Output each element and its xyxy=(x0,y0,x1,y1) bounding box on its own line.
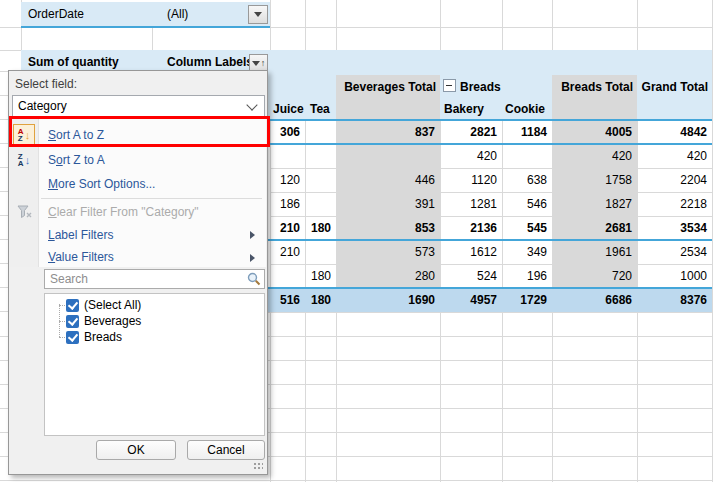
pivot-cell[interactable]: 1961 xyxy=(552,240,637,264)
pivot-cell[interactable]: 120 xyxy=(270,168,305,192)
pivot-cell[interactable]: 180 xyxy=(305,264,336,288)
header-bakery[interactable]: Bakery xyxy=(444,100,484,120)
pivot-cell[interactable]: 446 xyxy=(336,168,440,192)
pivot-cell[interactable]: 4005 xyxy=(552,120,637,144)
pivot-cell[interactable]: 180 xyxy=(305,288,336,312)
pivot-cell[interactable]: 720 xyxy=(552,264,637,288)
checkbox-checked-icon[interactable] xyxy=(66,331,79,344)
pivot-cell[interactable]: 306 xyxy=(270,120,305,144)
pivot-cell[interactable]: 4957 xyxy=(440,288,502,312)
pivot-cell[interactable]: 3534 xyxy=(637,216,712,240)
field-combobox[interactable]: Category xyxy=(12,95,265,117)
pivot-cell[interactable]: 545 xyxy=(502,216,552,240)
pivot-cell[interactable]: 853 xyxy=(336,216,440,240)
cancel-button[interactable]: Cancel xyxy=(187,440,265,460)
pivot-cell[interactable]: 280 xyxy=(336,264,440,288)
pivot-cell[interactable] xyxy=(270,264,305,288)
filter-values-list: (Select All) Beverages Breads xyxy=(44,293,265,436)
gridline xyxy=(502,0,503,50)
search-input[interactable] xyxy=(44,269,265,289)
pivot-cell[interactable]: 4842 xyxy=(637,120,712,144)
pivot-cell[interactable] xyxy=(336,144,440,168)
pivot-cell[interactable]: 1000 xyxy=(637,264,712,288)
pivot-cell[interactable]: 2534 xyxy=(637,240,712,264)
collapse-icon[interactable] xyxy=(443,79,456,92)
pivot-cell[interactable]: 391 xyxy=(336,192,440,216)
pivot-cell[interactable]: 210 xyxy=(270,240,305,264)
report-filter-dropdown-button[interactable] xyxy=(248,5,268,24)
pivot-cell[interactable] xyxy=(305,120,336,144)
pivot-row: 3068372821118440054842 xyxy=(270,120,712,144)
filter-item-breads[interactable]: Breads xyxy=(45,329,264,345)
menu-item-value-filters[interactable]: Value Filters xyxy=(10,246,266,267)
pivot-cell[interactable]: 2204 xyxy=(637,168,712,192)
pivot-row: 210180853213654526813534 xyxy=(270,216,712,240)
pivot-grand-total-row: 51618016904957172966868376 xyxy=(270,288,712,312)
header-grand-total[interactable]: Grand Total xyxy=(637,75,712,100)
report-filter-row: OrderDate (All) xyxy=(21,2,270,27)
pivot-cell[interactable]: 1729 xyxy=(502,288,552,312)
gridline xyxy=(305,312,306,482)
pivot-cell[interactable] xyxy=(305,168,336,192)
header-juice[interactable]: Juice xyxy=(273,100,304,120)
pivot-cell[interactable]: 210 xyxy=(270,216,305,240)
resize-grip[interactable] xyxy=(253,462,263,471)
table-border xyxy=(21,26,270,28)
highlight-annotation xyxy=(9,116,270,147)
pivot-cell[interactable]: 196 xyxy=(502,264,552,288)
pivot-cell[interactable] xyxy=(305,192,336,216)
menu-item-more-sort-options[interactable]: More Sort Options... xyxy=(10,172,266,196)
pivot-cell[interactable] xyxy=(270,144,305,168)
pivot-cell[interactable]: 1758 xyxy=(552,168,637,192)
pivot-cell[interactable]: 546 xyxy=(502,192,552,216)
clear-filter-icon xyxy=(13,201,35,223)
report-filter-value[interactable]: (All) xyxy=(167,2,188,27)
pivot-cell[interactable]: 837 xyxy=(336,120,440,144)
pivot-row: 210573161234919612534 xyxy=(270,240,712,264)
pivot-cell[interactable]: 6686 xyxy=(552,288,637,312)
pivot-cell[interactable]: 349 xyxy=(502,240,552,264)
pivot-cell[interactable]: 1120 xyxy=(440,168,502,192)
pivot-cell[interactable]: 420 xyxy=(440,144,502,168)
pivot-cell[interactable]: 2821 xyxy=(440,120,502,144)
pivot-cell[interactable]: 180 xyxy=(305,216,336,240)
pivot-cell[interactable]: 516 xyxy=(270,288,305,312)
pivot-cell[interactable]: 2218 xyxy=(637,192,712,216)
checkbox-checked-icon[interactable] xyxy=(66,315,79,328)
gridline xyxy=(336,0,337,50)
pivot-cell[interactable]: 420 xyxy=(637,144,712,168)
dropdown-arrow-icon xyxy=(254,12,262,17)
menu-item-sort-z-to-a[interactable]: ZA ↓ Sort Z to A xyxy=(10,148,266,172)
pivot-cell[interactable]: 1281 xyxy=(440,192,502,216)
header-breads-total[interactable]: Breads Total xyxy=(552,75,637,100)
pivot-cell[interactable]: 8376 xyxy=(637,288,712,312)
ok-button[interactable]: OK xyxy=(96,440,176,460)
report-filter-field[interactable]: OrderDate xyxy=(28,2,84,27)
pivot-cell[interactable]: 638 xyxy=(502,168,552,192)
gridline xyxy=(270,312,271,482)
header-tea[interactable]: Tea xyxy=(310,100,330,120)
pivot-cell[interactable]: 573 xyxy=(336,240,440,264)
pivot-cell[interactable]: 2136 xyxy=(440,216,502,240)
pivot-cell[interactable]: 186 xyxy=(270,192,305,216)
menu-separator xyxy=(41,198,262,199)
menu-item-label-filters[interactable]: Label Filters xyxy=(10,223,266,247)
filter-item-select-all[interactable]: (Select All) xyxy=(45,297,264,313)
pivot-cell[interactable]: 1612 xyxy=(440,240,502,264)
pivot-cell[interactable] xyxy=(305,240,336,264)
pivot-cell[interactable]: 2681 xyxy=(552,216,637,240)
pivot-cell[interactable]: 1184 xyxy=(502,120,552,144)
sort-za-icon: ZA ↓ xyxy=(13,149,35,171)
pivot-cell[interactable]: 1690 xyxy=(336,288,440,312)
pivot-cell[interactable] xyxy=(305,144,336,168)
header-cookie[interactable]: Cookie xyxy=(505,100,545,120)
pivot-cell[interactable]: 420 xyxy=(552,144,637,168)
pivot-cell[interactable]: 524 xyxy=(440,264,502,288)
header-breads-group[interactable]: Breads xyxy=(443,75,553,100)
checkbox-checked-icon[interactable] xyxy=(66,299,79,312)
pivot-cell[interactable]: 1827 xyxy=(552,192,637,216)
excel-sheet: OrderDate (All) Sum of quantity Column L… xyxy=(0,0,714,482)
pivot-cell[interactable] xyxy=(502,144,552,168)
filter-item-beverages[interactable]: Beverages xyxy=(45,313,264,329)
header-beverages-total[interactable]: Beverages Total xyxy=(336,75,440,100)
